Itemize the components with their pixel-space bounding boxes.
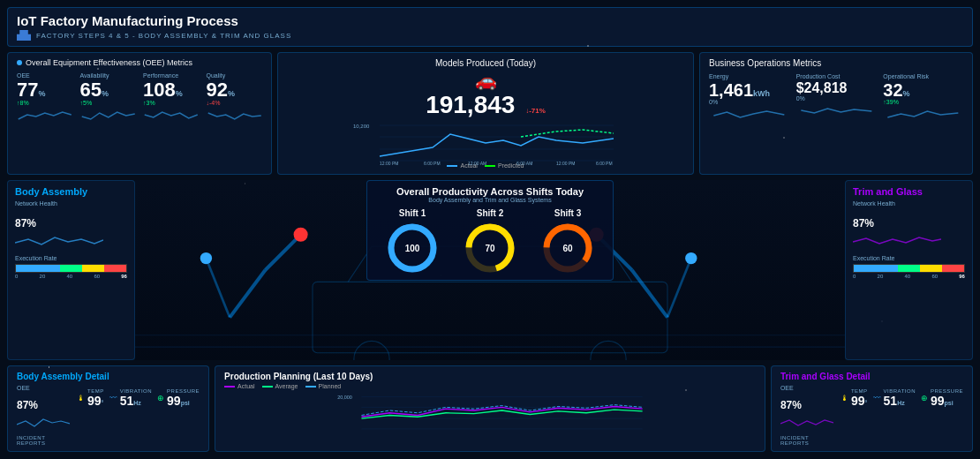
cost-value: $24,818 bbox=[796, 81, 877, 95]
planning-title: Production Planning (Last 10 Days) bbox=[224, 372, 756, 381]
svg-text:100: 100 bbox=[405, 244, 420, 253]
legend-average-line bbox=[262, 386, 273, 388]
shift-2: Shift 2 70 bbox=[455, 208, 525, 275]
header-subtitle: FACTORY STEPS 4 & 5 - BODY ASSEMBLY & TR… bbox=[17, 30, 963, 41]
tg-network-health-value: 87% bbox=[853, 207, 965, 232]
shift-3: Shift 3 60 bbox=[532, 208, 603, 275]
tg-network-health-label: Network Health bbox=[853, 200, 965, 207]
svg-text:6:00 PM: 6:00 PM bbox=[424, 161, 441, 165]
business-metrics: Energy 1,461kWh 0% Production Cost $24,8… bbox=[709, 73, 963, 126]
models-panel: Models Produced (Today) 🚗 191,843 ↓-71% … bbox=[277, 52, 694, 175]
energy-value: 1,461kWh bbox=[709, 81, 789, 99]
car-icon: 🚗 bbox=[287, 70, 684, 91]
exec-bar-yellow bbox=[82, 265, 104, 272]
trim-glass-detail-panel: Trim and Glass Detail OEE 87% INCIDENT R… bbox=[771, 365, 973, 452]
performance-label: Performance bbox=[143, 72, 200, 79]
svg-text:12:00 AM: 12:00 AM bbox=[468, 161, 486, 165]
bad-pressure-value: 99psi bbox=[167, 394, 200, 408]
svg-text:10,200: 10,200 bbox=[353, 124, 370, 129]
svg-point-33 bbox=[685, 252, 697, 264]
models-title: Models Produced (Today) bbox=[287, 58, 684, 68]
energy-change: 0% bbox=[709, 99, 789, 105]
bad-vibration: 〰 VIBRATION 51Hz bbox=[109, 388, 152, 408]
energy-wave bbox=[709, 105, 789, 123]
performance-value: 108% bbox=[143, 80, 200, 100]
network-health-value: 87% bbox=[15, 207, 127, 232]
oee-value: 77% bbox=[17, 80, 73, 100]
execution-bar bbox=[15, 264, 127, 273]
execution-rate-label: Execution Rate bbox=[15, 255, 127, 261]
tg-exec-bar-green bbox=[898, 265, 920, 272]
factory-icon bbox=[17, 30, 31, 41]
legend-planned-line bbox=[305, 386, 316, 388]
biz-metric-energy: Energy 1,461kWh 0% bbox=[709, 73, 789, 126]
oee-metric-availability: Availability 65% ↑5% bbox=[80, 72, 137, 127]
bad-oee-label: OEE bbox=[17, 385, 70, 391]
shifts-container: Shift 1 100 Shift 2 bbox=[376, 208, 604, 275]
svg-point-23 bbox=[591, 341, 626, 360]
tgd-pressure: ⊕ PRESSURE 99psi bbox=[921, 388, 963, 408]
availability-value: 65% bbox=[80, 80, 137, 100]
shift-2-donut: 70 bbox=[464, 222, 516, 275]
svg-text:12:00 PM: 12:00 PM bbox=[556, 161, 575, 165]
availability-label: Availability bbox=[80, 72, 137, 79]
performance-change: ↑3% bbox=[143, 100, 200, 106]
shift-1: Shift 1 100 bbox=[377, 208, 448, 275]
middle-section: Body Assembly Network Health 87% Executi… bbox=[7, 180, 973, 360]
svg-line-32 bbox=[667, 259, 691, 318]
svg-text:6:00 AM: 6:00 AM bbox=[516, 161, 532, 165]
models-count: 191,843 ↓-71% bbox=[287, 93, 684, 117]
cost-label: Production Cost bbox=[796, 73, 877, 79]
planning-chart: 20,000 bbox=[224, 393, 756, 437]
productivity-subtitle: Body Assembly and Trim and Glass Systems bbox=[376, 197, 604, 203]
shift-1-donut-svg: 100 bbox=[386, 222, 439, 275]
models-chart: 10,200 12:00 PM Mon Dec 14 6:00 PM 12:00… bbox=[287, 121, 684, 161]
performance-wave bbox=[143, 106, 200, 124]
tgd-oee-label: OEE bbox=[780, 385, 833, 391]
svg-text:20,000: 20,000 bbox=[337, 395, 352, 400]
svg-line-25 bbox=[265, 235, 300, 270]
bottom-section: Body Assembly Detail OEE 87% INCIDENT RE… bbox=[7, 365, 973, 452]
vibration-icon: 〰 bbox=[109, 394, 117, 403]
tg-exec-bar-labels: 0 20 40 60 96 bbox=[853, 274, 965, 279]
oee-metric-quality: Quality 92% ↓-4% bbox=[207, 72, 263, 127]
svg-line-27 bbox=[206, 259, 230, 318]
body-assembly-detail-panel: Body Assembly Detail OEE 87% INCIDENT RE… bbox=[7, 365, 209, 452]
bad-metrics: 🌡 TEMP 99° 〰 VIBRATION bbox=[77, 388, 200, 408]
productivity-title: Overall Productivity Across Shifts Today bbox=[376, 186, 604, 197]
shift-3-label: Shift 3 bbox=[532, 208, 603, 218]
cost-change: 0% bbox=[796, 95, 877, 102]
top-section: Overall Equipment Effectiveness (OEE) Me… bbox=[7, 52, 973, 175]
ba-wave bbox=[15, 232, 103, 248]
tgd-temp-value: 99° bbox=[851, 394, 868, 408]
models-chart-svg: 10,200 12:00 PM Mon Dec 14 6:00 PM 12:00… bbox=[287, 121, 684, 165]
tgd-metrics: 🌡 TEMP 99° 〰 VIBRATION bbox=[841, 388, 963, 408]
tg-execution-rate-label: Execution Rate bbox=[853, 255, 965, 261]
shift-2-donut-svg: 70 bbox=[464, 222, 516, 275]
tg-exec-bar-yellow bbox=[920, 265, 942, 272]
exec-bar-value: 96 bbox=[121, 274, 127, 279]
tgd-vibration-icon: 〰 bbox=[873, 394, 881, 403]
header-panel: IoT Factory Manufacturing Process FACTOR… bbox=[7, 7, 973, 47]
planning-legend: Actual Average Planned bbox=[224, 383, 756, 389]
oee-dot bbox=[17, 60, 22, 65]
biz-metric-risk: Operational Risk 32% ↑39% bbox=[883, 73, 963, 126]
svg-point-28 bbox=[200, 252, 212, 264]
legend-actual-line bbox=[224, 386, 235, 388]
trim-glass-detail-title: Trim and Glass Detail bbox=[780, 372, 963, 381]
body-assembly-detail-title: Body Assembly Detail bbox=[17, 372, 200, 381]
models-change: ↓-71% bbox=[525, 107, 546, 115]
exec-bar-blue bbox=[16, 265, 60, 272]
pressure-icon: ⊕ bbox=[157, 394, 164, 403]
legend-average-item: Average bbox=[262, 383, 298, 389]
quality-label: Quality bbox=[207, 72, 263, 79]
bad-vibration-value: 51Hz bbox=[120, 394, 152, 408]
shift-1-donut: 100 bbox=[386, 222, 439, 275]
trim-glass-panel: Trim and Glass Network Health 87% Execut… bbox=[845, 180, 973, 360]
risk-change: ↑39% bbox=[883, 99, 963, 105]
bad-temp: 🌡 TEMP 99° bbox=[77, 388, 104, 408]
tg-exec-bar-blue bbox=[854, 265, 898, 272]
tgd-oee-value: 87% bbox=[780, 391, 833, 414]
tgd-incident-label: INCIDENT REPORTS bbox=[780, 435, 833, 446]
main-container: IoT Factory Manufacturing Process FACTOR… bbox=[0, 0, 980, 459]
